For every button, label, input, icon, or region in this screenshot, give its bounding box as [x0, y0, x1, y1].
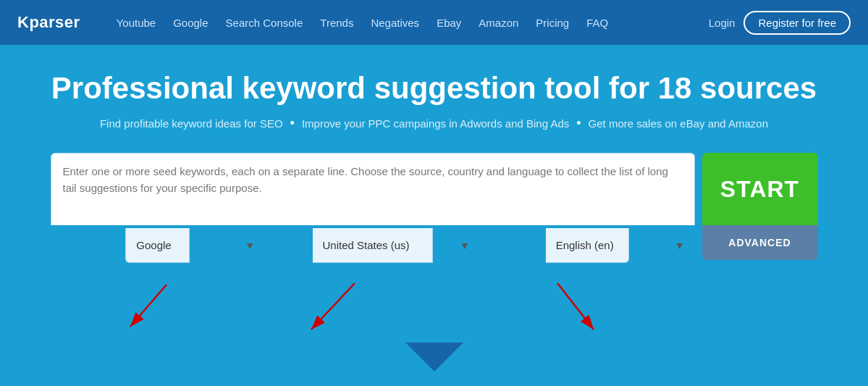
language-dropdown-wrap: English (en) Spanish (es) French (fr) Ge…	[480, 228, 695, 263]
site-logo[interactable]: Kparser	[17, 13, 80, 32]
hero-dot-1: •	[290, 116, 295, 131]
nav-link-amazon[interactable]: Amazon	[471, 12, 526, 33]
nav-right: Login Register for free	[709, 11, 851, 35]
nav-link-pricing[interactable]: Pricing	[528, 12, 576, 33]
hero-subtitle-ppc: Improve your PPC campaings in Adwords an…	[302, 117, 569, 130]
search-left: Google YouTube Bing Amazon eBay ▼ United…	[51, 153, 695, 263]
svg-line-1	[130, 285, 167, 327]
nav-links: Youtube Google Search Console Trends Neg…	[109, 12, 709, 33]
nav-link-ebay[interactable]: Ebay	[429, 12, 468, 33]
nav-link-google[interactable]: Google	[166, 12, 215, 33]
hero-subtitle: Find profitable keyword ideas for SEO • …	[29, 116, 839, 131]
dropdowns-row: Google YouTube Bing Amazon eBay ▼ United…	[51, 228, 695, 263]
nav-link-faq[interactable]: FAQ	[579, 12, 615, 33]
search-right: START ADVANCED	[702, 153, 818, 263]
start-button[interactable]: START	[702, 153, 818, 225]
hero-section: Professional keyword suggestion tool for…	[0, 45, 868, 277]
login-link[interactable]: Login	[709, 17, 736, 29]
nav-link-negatives[interactable]: Negatives	[363, 12, 426, 33]
nav-link-trends[interactable]: Trends	[313, 12, 361, 33]
country-dropdown-wrap: United States (us) United Kingdom (uk) C…	[265, 228, 480, 263]
source-dropdown-arrow: ▼	[245, 240, 255, 251]
keyword-textarea[interactable]	[51, 153, 695, 225]
arrows-area	[36, 277, 833, 335]
bottom-bump	[0, 343, 868, 372]
svg-line-3	[311, 283, 355, 330]
red-arrow-source	[94, 277, 239, 335]
search-box-wrapper: Google YouTube Bing Amazon eBay ▼ United…	[51, 153, 818, 263]
nav-link-youtube[interactable]: Youtube	[109, 12, 164, 33]
red-arrow-country	[268, 277, 427, 335]
country-dropdown-arrow: ▼	[460, 240, 470, 251]
navbar: Kparser Youtube Google Search Console Tr…	[0, 0, 868, 45]
search-container: Google YouTube Bing Amazon eBay ▼ United…	[36, 153, 833, 263]
hero-dot-2: •	[576, 116, 581, 131]
svg-line-5	[557, 283, 594, 330]
svg-marker-6	[405, 343, 463, 372]
hero-subtitle-sales: Get more sales on eBay and Amazon	[589, 117, 768, 130]
language-select[interactable]: English (en) Spanish (es) French (fr) Ge…	[546, 228, 629, 263]
country-select[interactable]: United States (us) United Kingdom (uk) C…	[313, 228, 433, 263]
red-arrow-language	[449, 277, 630, 335]
bottom-chevron	[405, 343, 463, 372]
advanced-button[interactable]: ADVANCED	[702, 225, 818, 260]
hero-subtitle-seo: Find profitable keyword ideas for SEO	[100, 117, 283, 130]
nav-link-search-console[interactable]: Search Console	[219, 12, 311, 33]
hero-title: Professional keyword suggestion tool for…	[29, 71, 839, 106]
language-dropdown-arrow: ▼	[675, 240, 685, 251]
source-select[interactable]: Google YouTube Bing Amazon eBay	[125, 228, 190, 263]
register-button[interactable]: Register for free	[743, 11, 851, 35]
source-dropdown-wrap: Google YouTube Bing Amazon eBay ▼	[51, 228, 266, 263]
